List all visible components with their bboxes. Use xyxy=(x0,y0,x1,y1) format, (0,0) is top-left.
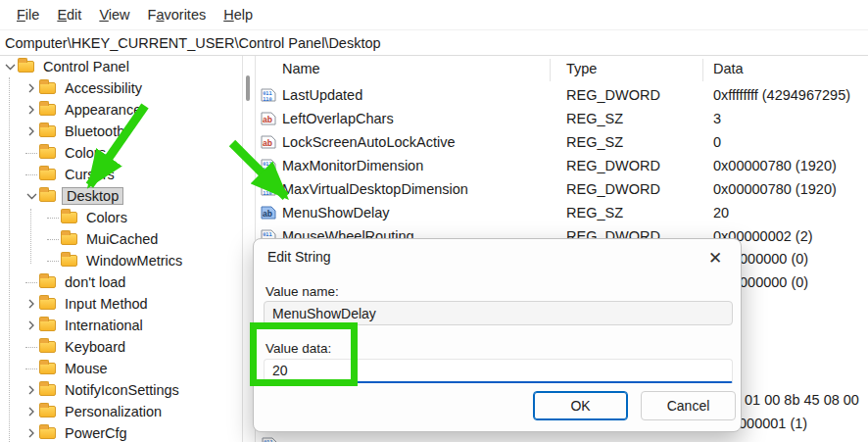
ok-button[interactable]: OK xyxy=(533,391,628,420)
value-data-field[interactable] xyxy=(264,359,733,383)
tree-item-international[interactable]: International xyxy=(0,315,242,336)
address-bar[interactable]: Computer\HKEY_CURRENT_USER\Control Panel… xyxy=(0,30,868,56)
chevron-right-icon[interactable] xyxy=(24,383,39,397)
menu-help[interactable]: Help xyxy=(215,7,262,23)
folder-icon xyxy=(61,212,77,223)
chevron-right-icon[interactable] xyxy=(24,124,39,138)
tree-item-appearance[interactable]: Appearance xyxy=(0,99,242,121)
tree-item-accessibility[interactable]: Accessibility xyxy=(0,77,242,99)
tree-connector xyxy=(24,275,39,289)
folder-icon xyxy=(39,319,56,331)
tree-item-mouse[interactable]: Mouse xyxy=(0,358,242,379)
tree-item-label: Colors xyxy=(62,145,109,161)
data-cell: 0xffffffff (4294967295) xyxy=(713,87,850,103)
chevron-right-icon[interactable] xyxy=(24,319,39,332)
folder-icon xyxy=(61,233,77,245)
string-value-icon: ab xyxy=(261,112,276,126)
folder-icon xyxy=(39,147,56,159)
tree-item-cursors[interactable]: Cursors xyxy=(0,164,242,185)
tree-connector xyxy=(24,146,39,160)
chevron-right-icon[interactable] xyxy=(24,81,39,95)
menu-file[interactable]: File xyxy=(8,7,48,23)
tree-item-windowmetrics[interactable]: WindowMetrics xyxy=(0,250,242,271)
data-cell: 0x00000780 (1920) xyxy=(713,158,837,173)
tree-connector xyxy=(24,168,39,181)
value-data-label: Value data: xyxy=(265,341,331,356)
folder-icon xyxy=(39,363,56,374)
chevron-right-icon[interactable] xyxy=(24,405,39,418)
name-cell: LeftOverlapChars xyxy=(282,111,394,126)
column-header-name[interactable]: Name xyxy=(282,61,320,76)
tree-connector xyxy=(24,362,39,375)
cancel-button[interactable]: Cancel xyxy=(641,391,736,420)
column-header-type[interactable]: Type xyxy=(566,61,597,76)
type-cell: REG_DWORD xyxy=(566,181,660,197)
tree-scrollbar-thumb[interactable] xyxy=(246,75,250,101)
tree-connector xyxy=(45,211,61,224)
hidden-row-data-fragment: 01 00 8b 45 08 00 xyxy=(745,392,859,408)
tree-item-label: Keyboard xyxy=(62,339,128,355)
close-icon[interactable]: ✕ xyxy=(701,245,729,270)
tree-item-notifyiconsettings[interactable]: NotifyIconSettings xyxy=(0,379,242,401)
folder-icon xyxy=(39,82,56,94)
table-row-leftoverlapchars[interactable]: abLeftOverlapCharsREG_SZ3 xyxy=(257,108,868,131)
dword-icon: 011110 xyxy=(262,437,277,442)
folder-icon xyxy=(39,427,56,439)
table-row-lastupdated[interactable]: 011110LastUpdatedREG_DWORD0xffffffff (42… xyxy=(257,84,868,108)
tree-item-label: MuiCached xyxy=(83,231,161,247)
column-divider[interactable] xyxy=(702,59,703,81)
tree-item-label: Desktop xyxy=(62,187,123,205)
tree-connector xyxy=(24,340,39,354)
chevron-down-icon[interactable] xyxy=(2,60,18,74)
tree-item-muicached[interactable]: MuiCached xyxy=(0,228,242,250)
value-name-field[interactable] xyxy=(264,301,733,325)
tree-item-personalization[interactable]: Personalization xyxy=(0,401,242,422)
tree-item-colors[interactable]: Colors xyxy=(0,207,242,228)
tree-connector xyxy=(45,232,61,246)
tree-item-desktop[interactable]: Desktop xyxy=(0,185,242,207)
column-divider[interactable] xyxy=(550,59,551,81)
tree-item-label: Bluetooth xyxy=(62,123,127,139)
type-cell: REG_DWORD xyxy=(566,87,660,103)
folder-icon xyxy=(39,190,56,202)
table-row-maxmonitordimension[interactable]: 011110MaxMonitorDimensionREG_DWORD0x0000… xyxy=(257,155,868,178)
table-row-lockscreenautolockactive[interactable]: abLockScreenAutoLockActiveREG_SZ0 xyxy=(257,131,868,155)
svg-text:110: 110 xyxy=(263,167,271,172)
chevron-right-icon[interactable] xyxy=(24,426,39,440)
svg-text:110: 110 xyxy=(263,190,271,196)
folder-icon xyxy=(39,406,56,417)
tree-item-don-t-load[interactable]: don't load xyxy=(0,271,242,293)
tree-item-label: Input Method xyxy=(62,296,151,312)
svg-text:ab: ab xyxy=(263,138,272,148)
hidden-row-data-fragment: 000000 (0) xyxy=(740,274,808,290)
type-cell: REG_SZ xyxy=(566,205,623,221)
table-row-menushowdelay[interactable]: abMenuShowDelayREG_SZ20 xyxy=(257,202,868,225)
chevron-right-icon[interactable] xyxy=(24,297,39,311)
tree-item-control-panel[interactable]: Control Panel xyxy=(0,56,242,77)
dword-value-icon: 011110 xyxy=(261,182,276,197)
folder-icon xyxy=(39,341,56,353)
chevron-down-icon[interactable] xyxy=(24,189,39,203)
tree-item-keyboard[interactable]: Keyboard xyxy=(0,336,242,358)
name-cell: LockScreenAutoLockActive xyxy=(282,134,456,150)
edit-string-dialog: Edit String ✕ Value name: Value data: OK… xyxy=(253,238,742,432)
string-value-icon: ab xyxy=(261,206,276,221)
tree-item-powercfg[interactable]: PowerCfg xyxy=(0,422,242,442)
tree-item-label: Cursors xyxy=(62,167,118,182)
chevron-right-icon[interactable] xyxy=(24,103,39,117)
menu-view[interactable]: View xyxy=(90,7,138,23)
tree-item-bluetooth[interactable]: Bluetooth xyxy=(0,121,242,142)
tree-item-label: Accessibility xyxy=(62,80,145,96)
tree-item-input-method[interactable]: Input Method xyxy=(0,293,242,315)
column-header-data[interactable]: Data xyxy=(713,61,744,76)
tree-scrollbar-track xyxy=(242,56,243,442)
folder-icon xyxy=(39,125,56,137)
data-cell: 20 xyxy=(713,205,729,221)
tree-item-colors[interactable]: Colors xyxy=(0,142,242,164)
folder-icon xyxy=(18,61,34,73)
data-cell: 0x00000780 (1920) xyxy=(713,181,837,197)
menu-favorites[interactable]: Favorites xyxy=(139,7,216,23)
name-cell: LastUpdated xyxy=(282,87,362,103)
menu-edit[interactable]: Edit xyxy=(48,7,90,23)
table-row-maxvirtualdesktopdimension[interactable]: 011110MaxVirtualDesktopDimensionREG_DWOR… xyxy=(257,178,868,202)
